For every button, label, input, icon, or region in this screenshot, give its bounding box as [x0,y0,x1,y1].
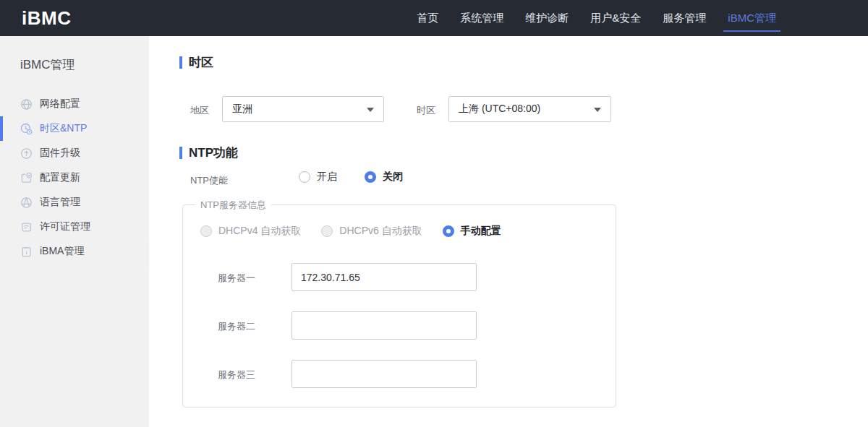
sidebar-item-ibma[interactable]: iBMA管理 [0,239,149,264]
ntp-server-mode-radio-group: DHCPv4 自动获取 DHCPv6 自动获取 手动配置 [200,225,522,238]
radio-circle [321,225,333,237]
radio-dhcpv4-auto[interactable]: DHCPv4 自动获取 [200,225,301,238]
main-content: 时区 地区 亚洲 时区 上海 (UTC+08:00) NTP功能 NTP使能 开… [149,36,868,427]
language-icon [20,197,33,209]
firmware-upgrade-icon [20,147,33,160]
radio-ntp-off[interactable]: 关闭 [365,171,403,184]
nav-item-ibmc-management[interactable]: iBMC管理 [728,0,776,36]
nav-item-system[interactable]: 系统管理 [460,0,503,36]
sidebar: iBMC管理 网络配置 时区&NTP 固件升 [0,36,149,427]
sidebar-item-label: 语言管理 [40,196,80,209]
top-nav-menu: 首页 系统管理 维护诊断 用户&安全 服务管理 iBMC管理 [417,0,776,36]
license-icon [20,221,33,233]
sidebar-item-label: 固件升级 [40,147,80,160]
timezone-select[interactable]: 上海 (UTC+08:00) [448,96,611,122]
ntp-server-info-legend: NTP服务器信息 [195,199,271,212]
nav-item-maintenance[interactable]: 维护诊断 [525,0,569,36]
ntp-enable-label: NTP使能 [190,174,228,187]
ntp-section-title: NTP功能 [179,145,238,161]
radio-ntp-on[interactable]: 开启 [299,171,337,184]
ntp-enable-radio-group: 开启 关闭 [299,171,430,184]
ibmc-logo: iBMC [22,7,71,30]
clipboard-icon [20,246,33,258]
server1-input[interactable] [292,263,477,291]
globe-icon [20,98,33,111]
server3-input[interactable] [292,360,477,388]
sidebar-item-label: 许可证管理 [40,220,90,233]
server1-label: 服务器一 [218,272,255,285]
nav-item-home[interactable]: 首页 [417,0,438,36]
radio-manual-config[interactable]: 手动配置 [443,225,501,238]
radio-circle [443,225,454,237]
sidebar-item-license[interactable]: 许可证管理 [0,215,149,239]
chevron-down-icon [367,108,374,112]
sidebar-item-label: 配置更新 [40,171,80,184]
sidebar-item-label: 时区&NTP [40,122,87,135]
title-accent-bar [179,56,182,69]
sidebar-title: iBMC管理 [0,36,149,73]
top-nav-bar: iBMC 首页 系统管理 维护诊断 用户&安全 服务管理 iBMC管理 [0,0,868,36]
sidebar-item-timezone-ntp[interactable]: 时区&NTP [0,116,149,141]
nav-item-user-security[interactable]: 用户&安全 [590,0,641,36]
sidebar-menu: 网络配置 时区&NTP 固件升级 配置更 [0,92,149,264]
region-label: 地区 [190,104,209,117]
server2-label: 服务器二 [218,320,255,333]
chevron-down-icon [594,108,601,112]
nav-item-services[interactable]: 服务管理 [663,0,706,36]
clock-icon [20,123,33,135]
title-accent-bar [179,147,182,159]
sidebar-item-label: 网络配置 [40,98,80,111]
timezone-section-title: 时区 [179,54,213,71]
sidebar-item-config-update[interactable]: 配置更新 [0,165,149,190]
radio-dhcpv6-auto[interactable]: DHCPv6 自动获取 [321,225,422,238]
radio-circle [365,171,376,183]
radio-circle [299,171,310,183]
sidebar-item-firmware-upgrade[interactable]: 固件升级 [0,141,149,165]
config-update-icon [20,172,33,184]
sidebar-item-language[interactable]: 语言管理 [0,190,149,215]
radio-circle [200,225,212,237]
server3-label: 服务器三 [218,368,255,381]
server2-input[interactable] [292,311,477,340]
sidebar-item-network-config[interactable]: 网络配置 [0,92,149,116]
region-select[interactable]: 亚洲 [222,96,384,122]
timezone-label: 时区 [417,104,435,117]
sidebar-item-label: iBMA管理 [40,245,84,258]
ntp-server-info-group: NTP服务器信息 DHCPv4 自动获取 DHCPv6 自动获取 手动配置 服务… [182,204,616,407]
